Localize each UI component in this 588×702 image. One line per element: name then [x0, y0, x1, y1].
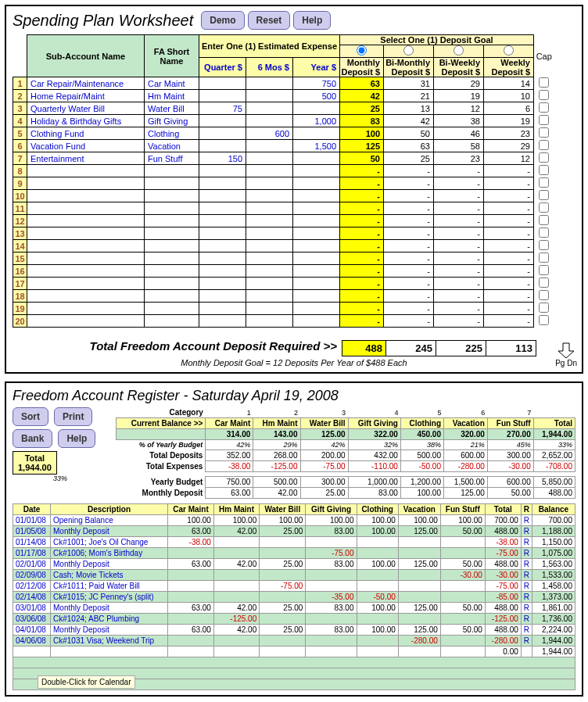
col-desc: Description	[51, 504, 168, 515]
total-weekly: 113	[486, 341, 536, 356]
table-row[interactable]: 14----	[13, 240, 554, 253]
table-row[interactable]: 12----	[13, 215, 554, 227]
cap-checkbox[interactable]	[539, 278, 549, 288]
arrow-down-icon	[557, 342, 575, 359]
page-down-button[interactable]: Pg Dn	[555, 342, 577, 367]
cap-checkbox[interactable]	[539, 253, 549, 263]
table-row[interactable]: 7EntertainmentFun Stuff15050252312	[13, 152, 554, 165]
table-row[interactable]: 9----	[13, 177, 554, 190]
footnote: Monthly Deposit Goal = 12 Deposits Per Y…	[13, 358, 575, 367]
sort-button[interactable]: Sort	[13, 407, 48, 426]
cap-checkbox[interactable]	[539, 265, 549, 275]
cap-checkbox[interactable]	[539, 290, 549, 300]
summary-table: Category1234567 Current Balance >>Car Ma…	[116, 407, 575, 499]
transaction-table: Date Description Car MaintHm MaintWater …	[13, 503, 575, 690]
cap-checkbox[interactable]	[539, 315, 549, 325]
transaction-row[interactable]: 02/09/08Cash; Movie Tickets-30.00-30.00R…	[13, 570, 575, 581]
table-row[interactable]: 2Home Repair/MaintHm Maint50042211910	[13, 90, 554, 102]
table-row[interactable]: 15----	[13, 253, 554, 265]
radio-weekly[interactable]	[504, 45, 514, 56]
table-row[interactable]: 10----	[13, 190, 554, 202]
radio-biweekly[interactable]	[454, 45, 464, 56]
total-monthly: 488	[342, 341, 386, 356]
transaction-row[interactable]: 04/06/08Ck#1031 Visa; Weekend Trip-280.0…	[13, 636, 575, 646]
table-row[interactable]: 5Clothing FundClothing600100504623	[13, 127, 554, 140]
table-row[interactable]: 18----	[13, 290, 554, 303]
radio-monthly[interactable]	[357, 45, 367, 56]
worksheet-table: Sub-Account Name FA Short Name Enter One…	[13, 34, 554, 328]
cap-checkbox[interactable]	[539, 190, 549, 200]
col-est-expense: Enter One (1) Estimated Expense	[199, 35, 340, 58]
cap-checkbox[interactable]	[539, 127, 549, 138]
radio-bimonthly[interactable]	[403, 45, 414, 56]
print-button[interactable]: Print	[54, 407, 92, 426]
cap-checkbox[interactable]	[539, 227, 549, 238]
cap-checkbox[interactable]	[539, 140, 549, 150]
col-year: Year $	[293, 58, 340, 77]
table-row[interactable]: 16----	[13, 265, 554, 278]
reset-button[interactable]: Reset	[248, 11, 291, 30]
transaction-row[interactable]: 01/05/08Monthly Deposit63.0042.0025.0083…	[13, 526, 575, 537]
transaction-row[interactable]: 0.001,944.00	[13, 646, 575, 657]
table-row[interactable]: 20----	[13, 315, 554, 328]
transaction-row[interactable]: 01/01/08Opening Balance100.00100.00100.0…	[13, 515, 575, 526]
demo-button[interactable]: Demo	[201, 11, 244, 30]
total-biweekly: 225	[436, 341, 486, 356]
cap-checkbox[interactable]	[539, 215, 549, 225]
col-biweekly: Bi-Weekly Deposit $	[434, 58, 484, 77]
col-monthly: Monthly Deposit $	[340, 58, 384, 77]
cap-checkbox[interactable]	[539, 240, 549, 250]
totals-label: Total Freedom Account Deposit Required >…	[13, 339, 342, 353]
cap-checkbox[interactable]	[539, 303, 549, 313]
total-balance-box: Total 1,944.00	[13, 451, 57, 475]
spending-plan-worksheet: Spending Plan Worksheet Demo Reset Help …	[5, 5, 583, 374]
total-bimonthly: 245	[386, 341, 436, 356]
transaction-row[interactable]: 02/12/08Ck#1011; Paid Water Bill-75.00-7…	[13, 581, 575, 592]
transaction-row[interactable]: 01/17/08Ck#1006; Mom's Birthday-75.00-75…	[13, 548, 575, 559]
transaction-row[interactable]: 03/06/08Ck#1024; ABC Plumbing-125.00-125…	[13, 614, 575, 625]
col-sixmos: 6 Mos $	[246, 58, 293, 77]
cap-checkbox[interactable]	[539, 202, 549, 213]
table-row[interactable]: 11----	[13, 202, 554, 215]
col-cap: Cap	[534, 35, 554, 77]
help-button-reg[interactable]: Help	[58, 429, 95, 448]
help-button[interactable]: Help	[293, 11, 331, 30]
col-date: Date	[13, 504, 51, 515]
cap-checkbox[interactable]	[539, 102, 549, 113]
transaction-row[interactable]: 03/01/08Monthly Deposit63.0042.0025.0083…	[13, 603, 575, 614]
cap-checkbox[interactable]	[539, 177, 549, 188]
freedom-account-register: Freedom Account Register - Saturday Apri…	[5, 381, 583, 697]
table-row[interactable]: 3Quarterly Water BillWater Bill752513126	[13, 102, 554, 115]
col-quarter: Quarter $	[199, 58, 246, 77]
transaction-row[interactable]: 02/14/08Ck#1015; JC Penney's (split)-35.…	[13, 592, 575, 603]
calendar-tooltip: Double-Click for Calendar	[38, 675, 135, 689]
table-row[interactable]: 13----	[13, 227, 554, 240]
table-row[interactable]: 4Holiday & Birthday GiftsGift Giving1,00…	[13, 115, 554, 127]
col-weekly: Weekly Deposit $	[484, 58, 534, 77]
transaction-row[interactable]: 01/14/08Ck#1001; Joe's Oil Change-38.00-…	[13, 537, 575, 548]
table-row[interactable]: 19----	[13, 303, 554, 315]
col-fa-short: FA Short Name	[145, 35, 199, 77]
table-row[interactable]: 8----	[13, 165, 554, 177]
cap-checkbox[interactable]	[539, 152, 549, 163]
cap-checkbox[interactable]	[539, 115, 549, 125]
cap-checkbox[interactable]	[539, 90, 549, 100]
table-row[interactable]: 1Car Repair/MaintenanceCar Maint75063312…	[13, 77, 554, 90]
worksheet-title: Spending Plan Worksheet	[13, 12, 193, 30]
cap-checkbox[interactable]	[539, 77, 549, 88]
cap-checkbox[interactable]	[539, 165, 549, 175]
table-row[interactable]: 6Vacation FundVacation1,500125635829	[13, 140, 554, 152]
table-row[interactable]: 17----	[13, 278, 554, 290]
transaction-row[interactable]: 04/01/08Monthly Deposit63.0042.0025.0083…	[13, 625, 575, 636]
transaction-row[interactable]: 02/01/08Monthly Deposit63.0042.0025.0083…	[13, 559, 575, 570]
select-goal-label: Select One (1) Deposit Goal	[340, 35, 534, 45]
col-sub-account: Sub-Account Name	[27, 35, 145, 77]
register-title: Freedom Account Register - Saturday Apri…	[13, 388, 575, 404]
bank-button[interactable]: Bank	[13, 429, 52, 448]
col-bimonthly: Bi-Monthly Deposit $	[384, 58, 434, 77]
